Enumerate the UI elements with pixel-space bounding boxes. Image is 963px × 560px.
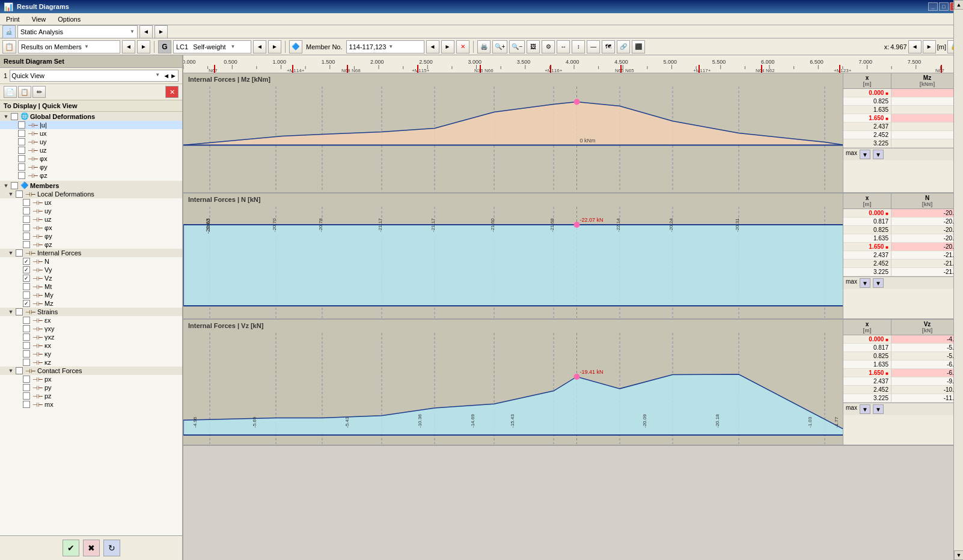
set-prev[interactable]: ◄ [163,72,170,79]
check-global-deformations[interactable] [11,113,18,120]
expand-strains[interactable]: ▼ [7,308,14,315]
tree-gamxy-row[interactable]: ⊣⊢ γxy [0,324,182,333]
n-filter-btn[interactable]: ▼ [860,278,870,288]
tree-m-phix-row[interactable]: ⊣⊢ φx [0,224,182,232]
check-uy[interactable] [18,138,25,145]
vz-filter2-btn[interactable]: ▼ [873,404,884,414]
lc-next-button[interactable]: ► [268,40,281,53]
member-next-button[interactable]: ► [441,40,454,53]
set-next[interactable]: ► [170,72,177,79]
check-epsx[interactable] [23,317,30,324]
edit-set-button[interactable]: ✏ [32,86,46,98]
mz-filter-btn[interactable]: ▼ [860,150,870,159]
tree-m-uy-row[interactable]: ⊣⊢ uy [0,207,182,215]
view-button5[interactable]: — [587,40,600,53]
check-kapx[interactable] [23,342,30,349]
tree-local-def-row[interactable]: ▼ ⊣⊢ Local Deformations [0,190,182,198]
ok-button[interactable]: ✔ [63,540,79,556]
vz-scroll-track[interactable] [954,73,963,550]
expand-global-deformations[interactable]: ▼ [2,113,10,120]
maximize-button[interactable]: □ [939,2,949,11]
tree-cf-px-row[interactable]: ⊣⊢ px [0,375,182,383]
tree-cf-py-row[interactable]: ⊣⊢ py [0,383,182,392]
results-on-dropdown[interactable]: Results on Members ▼ [18,40,120,53]
tree-strains-row[interactable]: ▼ ⊣⊢ Strains [0,308,182,316]
tree-kapy-row[interactable]: ⊣⊢ κy [0,350,182,358]
check-Mz[interactable] [23,300,30,307]
check-gamxy[interactable] [23,325,30,332]
tree-phix-row[interactable]: ⊣⊢ φx [0,154,182,163]
check-kapy[interactable] [23,350,30,358]
check-m-uz[interactable] [23,216,30,223]
check-strains[interactable] [16,308,23,315]
n-filter2-btn[interactable]: ▼ [873,278,884,288]
view-button3[interactable]: ↔ [557,40,570,53]
tree-Vz-row[interactable]: ⊣⊢ Vz [0,274,182,282]
check-gamxz[interactable] [23,333,30,341]
tree-u-abs-row[interactable]: ⊣⊢ |u| [0,121,182,129]
tree-My-row[interactable]: ⊣⊢ My [0,291,182,299]
expand-local-def[interactable]: ▼ [7,190,14,198]
zoom-out-button[interactable]: 🔍− [509,40,525,53]
tree-m-phiz-row[interactable]: ⊣⊢ φz [0,240,182,249]
tree-internal-forces-row[interactable]: ▼ ⊣⊢ Internal Forces [0,249,182,257]
tree-N-row[interactable]: ⊣⊢ N [0,257,182,266]
minimize-button[interactable]: _ [928,2,938,11]
view-button2[interactable]: ⚙ [542,40,555,53]
check-m-phiz[interactable] [23,241,30,248]
tree-ux-row[interactable]: ⊣⊢ ux [0,129,182,138]
apply-button[interactable]: ↻ [103,540,120,556]
check-Vy[interactable] [23,266,30,273]
check-phiz[interactable] [18,172,25,179]
analysis-next-button[interactable]: ► [154,25,168,38]
check-internal-forces[interactable] [16,249,23,257]
new-set-button[interactable]: 📄 [4,86,17,98]
view-button7[interactable]: 🔗 [617,40,630,53]
lc-dropdown[interactable]: LC1 Self-weight ▼ [173,40,251,53]
analysis-prev-button[interactable]: ◄ [139,25,153,38]
analysis-dropdown[interactable]: Static Analysis ▼ [17,25,138,38]
member-clear-button[interactable]: ✕ [456,40,469,53]
check-m-phix[interactable] [23,224,30,231]
view-button6[interactable]: 🗺 [602,40,615,53]
tree-Vy-row[interactable]: ⊣⊢ Vy [0,266,182,274]
check-local-def[interactable] [16,190,23,198]
delete-set-button[interactable]: ✕ [165,86,179,98]
check-m-ux[interactable] [23,199,30,206]
check-u-abs[interactable] [18,121,25,129]
check-cf-px[interactable] [23,376,30,383]
zoom-in-button[interactable]: 🔍+ [492,40,508,53]
check-cf-mx[interactable] [23,401,30,408]
lc-prev-button[interactable]: ◄ [253,40,266,53]
menu-view[interactable]: View [28,14,50,24]
tree-Mt-row[interactable]: ⊣⊢ Mt [0,282,182,291]
vz-filter-btn[interactable]: ▼ [860,404,870,414]
check-Mt[interactable] [23,283,30,290]
tree-contact-forces-row[interactable]: ▼ ⊣⊢ Contact Forces [0,367,182,375]
results-next-button[interactable]: ► [137,40,150,53]
tree-m-uz-row[interactable]: ⊣⊢ uz [0,215,182,224]
tree-kapx-row[interactable]: ⊣⊢ κx [0,341,182,350]
cursor-prev[interactable]: ◄ [908,40,922,53]
check-cf-pz[interactable] [23,392,30,400]
result-set-dropdown[interactable]: Quick View ▼ ◄ ► [10,70,179,82]
tree-phiz-row[interactable]: ⊣⊢ φz [0,171,182,180]
view-button8[interactable]: ⬛ [632,40,645,53]
chart-n-area[interactable]: Internal Forces | N [kN] [183,193,843,318]
check-kapz[interactable] [23,359,30,366]
check-cf-py[interactable] [23,384,30,391]
tree-m-phiy-row[interactable]: ⊣⊢ φy [0,232,182,240]
tree-m-ux-row[interactable]: ⊣⊢ ux [0,198,182,207]
expand-contact-forces[interactable]: ▼ [7,367,14,374]
expand-members[interactable]: ▼ [2,182,10,189]
tree-cf-mx-row[interactable]: ⊣⊢ mx [0,400,182,409]
view-button4[interactable]: ↕ [572,40,585,53]
check-m-phiy[interactable] [23,233,30,240]
check-ux[interactable] [18,130,25,137]
check-Vz[interactable] [23,275,30,282]
tree-members-row[interactable]: ▼ 🔷 Members [0,181,182,190]
view-button1[interactable]: 🖼 [527,40,540,53]
check-contact-forces[interactable] [16,367,23,374]
check-My[interactable] [23,291,30,299]
cursor-next[interactable]: ► [923,40,936,53]
